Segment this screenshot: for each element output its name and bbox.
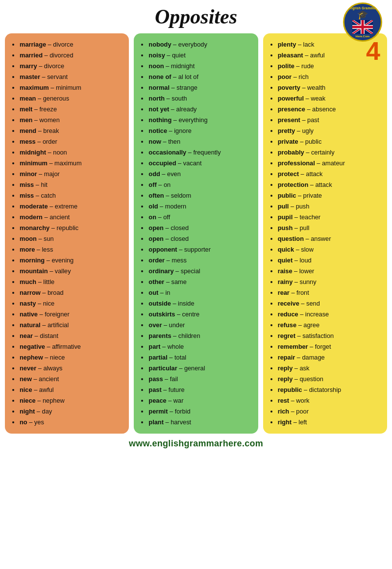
- list-item: private – public: [278, 136, 366, 147]
- list-item: professional – amateur: [278, 158, 366, 169]
- list-item: permit – forbid: [148, 406, 253, 417]
- list-item: ordinary – special: [148, 266, 253, 277]
- footer-url: www.englishgrammarhere.com: [129, 439, 263, 448]
- list-item: opponent – supporter: [148, 244, 253, 255]
- list-item: morning – evening: [20, 255, 124, 266]
- list-item: noon – midnight: [148, 61, 253, 72]
- list-item: republic – dictatorship: [278, 385, 366, 395]
- list-item: on – off: [148, 212, 253, 223]
- list-item: right – left: [278, 417, 366, 428]
- list-item: outside – inside: [148, 298, 253, 309]
- list-item: marry – divorce: [20, 61, 124, 72]
- list-item: plant – harvest: [148, 417, 253, 428]
- list-item: parents – children: [148, 331, 253, 341]
- list-item: much – little: [20, 277, 124, 287]
- list-item: open – closed: [148, 233, 253, 244]
- list-item: past – future: [148, 385, 253, 395]
- list-item: notice – ignore: [148, 126, 253, 136]
- list-item: rear – front: [278, 287, 366, 298]
- list-item: near – distant: [20, 331, 124, 341]
- list-item: midnight – noon: [20, 147, 124, 158]
- list-item: rainy – sunny: [278, 277, 366, 287]
- list-item: new – ancient: [20, 374, 124, 385]
- svg-rect-8: [352, 26, 373, 28]
- list-item: nice – awful: [20, 385, 124, 395]
- list-item: narrow – broad: [20, 287, 124, 298]
- list-item: miss – catch: [20, 190, 124, 201]
- list-item: presence – absence: [278, 104, 366, 115]
- list-item: monarchy – republic: [20, 223, 124, 233]
- list-item: moon – sun: [20, 233, 124, 244]
- list-item: present – past: [278, 115, 366, 126]
- list-item: pull – push: [278, 201, 366, 212]
- list-item: partial – total: [148, 352, 253, 363]
- list-item: open – closed: [148, 223, 253, 233]
- list-item: nephew – niece: [20, 352, 124, 363]
- list-item: mean – generous: [20, 93, 124, 104]
- column-right: plenty – lackpleasant – awfulpolite – ru…: [263, 33, 387, 434]
- list-item: melt – freeze: [20, 104, 124, 115]
- logo-hat-icon: 🎓: [357, 10, 368, 19]
- list-item: reply – ask: [278, 363, 366, 374]
- list-item: poor – rich: [278, 72, 366, 82]
- list-item: refuse – agree: [278, 320, 366, 331]
- page-header: Opposites English Grammar 🎓 Here.Com: [0, 0, 392, 31]
- list-item: moderate – extreme: [20, 201, 124, 212]
- columns-container: marriage – divorcemarried – divorcedmarr…: [5, 33, 387, 434]
- list-item: now – then: [148, 136, 253, 147]
- list-item: normal – strange: [148, 82, 253, 93]
- list-item: native – foreigner: [20, 309, 124, 320]
- list-item: reduce – increase: [278, 309, 366, 320]
- list-item: other – same: [148, 277, 253, 287]
- list-item: mess – order: [20, 136, 124, 147]
- list-item: not yet – already: [148, 104, 253, 115]
- list-item: men – women: [20, 115, 124, 126]
- mid-list: nobody – everybodynoisy – quietnoon – mi…: [141, 39, 253, 428]
- list-item: off – on: [148, 180, 253, 190]
- list-item: modern – ancient: [20, 212, 124, 223]
- list-item: powerful – weak: [278, 93, 366, 104]
- list-item: pleasant – awful: [278, 50, 366, 61]
- list-item: public – private: [278, 190, 366, 201]
- list-item: mountain – valley: [20, 266, 124, 277]
- list-item: occasionally – frequently: [148, 147, 253, 158]
- list-item: regret – satisfaction: [278, 331, 366, 341]
- list-item: more – less: [20, 244, 124, 255]
- list-item: part – whole: [148, 341, 253, 352]
- list-item: remember – forget: [278, 341, 366, 352]
- list-item: mend – break: [20, 126, 124, 136]
- list-item: minimum – maximum: [20, 158, 124, 169]
- list-item: minor – major: [20, 169, 124, 180]
- list-item: order – mess: [148, 255, 253, 266]
- list-item: occupied – vacant: [148, 158, 253, 169]
- right-list: plenty – lackpleasant – awfulpolite – ru…: [270, 39, 366, 428]
- left-list: marriage – divorcemarried – divorcedmarr…: [12, 39, 124, 428]
- list-item: niece – nephew: [20, 395, 124, 406]
- list-item: raise – lower: [278, 266, 366, 277]
- list-item: night – day: [20, 406, 124, 417]
- list-item: out – in: [148, 287, 253, 298]
- list-item: particular – general: [148, 363, 253, 374]
- list-item: outskirts – centre: [148, 309, 253, 320]
- list-item: peace – war: [148, 395, 253, 406]
- list-item: protection – attack: [278, 180, 366, 190]
- list-item: master – servant: [20, 72, 124, 82]
- list-item: quiet – loud: [278, 255, 366, 266]
- logo-flag-icon: [352, 20, 373, 34]
- column-left: marriage – divorcemarried – divorcedmarr…: [5, 33, 129, 434]
- list-item: maximum – minimum: [20, 82, 124, 93]
- list-item: protect – attack: [278, 169, 366, 180]
- list-item: old – modern: [148, 201, 253, 212]
- list-item: question – answer: [278, 233, 366, 244]
- list-item: reply – question: [278, 374, 366, 385]
- list-item: rich – poor: [278, 406, 366, 417]
- list-item: quick – slow: [278, 244, 366, 255]
- list-item: nobody – everybody: [148, 39, 253, 50]
- page-title: Opposites: [0, 5, 392, 28]
- list-item: nothing – everything: [148, 115, 253, 126]
- logo-text-bottom: Here.Com: [356, 35, 369, 38]
- list-item: pretty – ugly: [278, 126, 366, 136]
- list-item: receive – send: [278, 298, 366, 309]
- list-item: married – divorced: [20, 50, 124, 61]
- list-item: never – always: [20, 363, 124, 374]
